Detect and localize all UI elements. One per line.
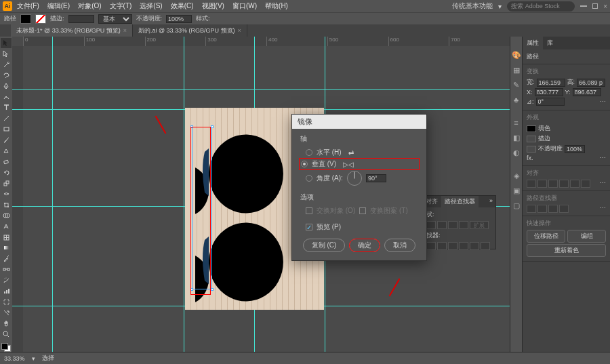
fx-button[interactable]: fx. [527, 155, 533, 161]
eraser-tool[interactable] [1, 157, 12, 167]
y-input[interactable] [573, 88, 601, 96]
x-input[interactable] [535, 88, 563, 96]
width-input[interactable] [537, 79, 565, 87]
tab-libraries[interactable]: 库 [543, 37, 557, 49]
copy-button[interactable]: 复制 (C) [303, 239, 346, 252]
tab-pathfinder[interactable]: 路径查找器 [441, 196, 479, 207]
align-bottom-icon[interactable] [581, 180, 590, 188]
direct-selection-tool[interactable] [1, 49, 12, 59]
merge-icon[interactable] [448, 242, 458, 250]
stroke-weight-input[interactable] [68, 15, 94, 23]
width-tool[interactable] [1, 189, 12, 199]
perspective-tool[interactable] [1, 222, 12, 232]
eyedropper-tool[interactable] [1, 254, 12, 264]
angle-input[interactable] [366, 174, 386, 182]
menu-effect[interactable]: 效果(C) [167, 0, 197, 12]
curvature-tool[interactable] [1, 92, 12, 102]
workspace-switcher[interactable]: 传统基本功能 [452, 1, 493, 11]
rotate-tool[interactable] [1, 167, 12, 178]
stroke-swatch[interactable] [35, 14, 46, 24]
menu-window[interactable]: 窗口(W) [229, 0, 260, 12]
preview-checkbox[interactable]: ✓ [306, 224, 312, 230]
menu-select[interactable]: 选择(S) [136, 0, 165, 12]
shape-builder-tool[interactable] [1, 211, 12, 221]
opacity-swatch[interactable] [527, 146, 536, 153]
opacity-input[interactable] [166, 15, 192, 23]
asset-panel-icon[interactable]: ▣ [512, 186, 521, 195]
type-tool[interactable] [1, 103, 12, 113]
align-right-icon[interactable] [548, 180, 558, 188]
close-button[interactable]: × [603, 3, 607, 10]
stroke-swatch-panel[interactable] [527, 136, 536, 142]
angle-dial[interactable] [347, 171, 362, 186]
slice-tool[interactable] [1, 308, 12, 318]
minus-back-icon[interactable] [481, 242, 490, 250]
menu-help[interactable]: 帮助(H) [262, 0, 291, 12]
angle-option[interactable]: 角度 (A): [300, 169, 418, 187]
maximize-button[interactable] [592, 3, 598, 9]
group-button[interactable]: 编组 [567, 230, 606, 243]
artboards-panel-icon[interactable]: ▢ [512, 201, 521, 210]
pathfinder-panel[interactable]: 对齐 路径查找器 » 状: 扩展 找器: [422, 195, 496, 249]
zoom-tool[interactable] [1, 329, 12, 340]
pf-intersect-icon[interactable] [548, 205, 558, 213]
lasso-tool[interactable] [1, 70, 12, 81]
line-tool[interactable] [1, 113, 12, 123]
free-transform-tool[interactable] [1, 200, 12, 210]
cancel-button[interactable]: 取消 [384, 239, 415, 252]
horizontal-option[interactable]: 水平 (H)⇄ [300, 146, 418, 159]
menu-edit[interactable]: 编辑(E) [44, 0, 73, 12]
align-top-icon[interactable] [559, 180, 569, 188]
column-graph-tool[interactable] [1, 286, 12, 296]
paintbrush-tool[interactable] [1, 135, 12, 145]
minimize-button[interactable] [580, 5, 587, 7]
ok-button[interactable]: 确定 [349, 239, 380, 252]
trim-icon[interactable] [437, 242, 447, 250]
transparency-panel-icon[interactable]: ◐ [512, 148, 521, 157]
magic-wand-tool[interactable] [1, 60, 12, 70]
expand-button[interactable]: 扩展 [470, 221, 489, 229]
artboard-tool[interactable] [1, 297, 12, 307]
gradient-tool[interactable] [1, 243, 12, 254]
pen-tool[interactable] [1, 81, 12, 92]
height-input[interactable] [577, 79, 605, 87]
recolor-button[interactable]: 重新着色 [527, 244, 606, 257]
offset-path-button[interactable]: 位移路径 [527, 230, 565, 243]
exclude-icon[interactable] [459, 221, 468, 229]
menu-object[interactable]: 对象(O) [75, 0, 104, 12]
tab-properties[interactable]: 属性 [523, 37, 543, 49]
tab-untitled[interactable]: 未标题-1* @ 33.33% (RGB/GPU 预览)× [11, 24, 133, 37]
fill-swatch[interactable] [20, 14, 31, 24]
shaper-tool[interactable] [1, 146, 12, 156]
hand-tool[interactable] [1, 319, 12, 329]
pf-exclude-icon[interactable] [559, 205, 569, 213]
pf-minus-icon[interactable] [537, 205, 547, 213]
outline-icon[interactable] [470, 242, 479, 250]
tab-new[interactable]: 新的.ai @ 33.33% (RGB/GPU 预览)× [133, 24, 247, 37]
crop-icon[interactable] [459, 242, 468, 250]
brushes-panel-icon[interactable]: ✎ [512, 80, 521, 89]
layers-panel-icon[interactable]: ◈ [512, 171, 521, 180]
fill-swatch-panel[interactable] [527, 125, 536, 132]
fill-stroke-proxy[interactable] [1, 343, 11, 352]
minus-front-icon[interactable] [437, 221, 447, 229]
pf-unite-icon[interactable] [527, 205, 536, 213]
symbol-sprayer-tool[interactable] [1, 275, 12, 285]
rectangle-tool[interactable] [1, 124, 12, 134]
canvas[interactable]: 0100200300400500600700 [12, 37, 510, 352]
opacity-panel-input[interactable] [565, 145, 585, 153]
swatches-panel-icon[interactable]: ▦ [512, 65, 521, 75]
symbols-panel-icon[interactable]: ♣ [512, 95, 521, 104]
selection-tool[interactable] [1, 38, 12, 48]
menu-type[interactable]: 文字(T) [106, 0, 136, 12]
align-vcenter-icon[interactable] [570, 180, 580, 188]
menu-view[interactable]: 视图(V) [199, 0, 228, 12]
vertical-option[interactable]: 垂直 (V)▷◁ [299, 158, 420, 170]
unite-icon[interactable] [426, 221, 436, 229]
rotate-input[interactable] [536, 98, 565, 106]
scale-tool[interactable] [1, 178, 12, 188]
align-left-icon[interactable] [527, 180, 536, 188]
intersect-icon[interactable] [448, 221, 458, 229]
gradient-panel-icon[interactable]: ◧ [512, 133, 521, 142]
search-input[interactable]: 搜索 Adobe Stock [507, 1, 575, 12]
